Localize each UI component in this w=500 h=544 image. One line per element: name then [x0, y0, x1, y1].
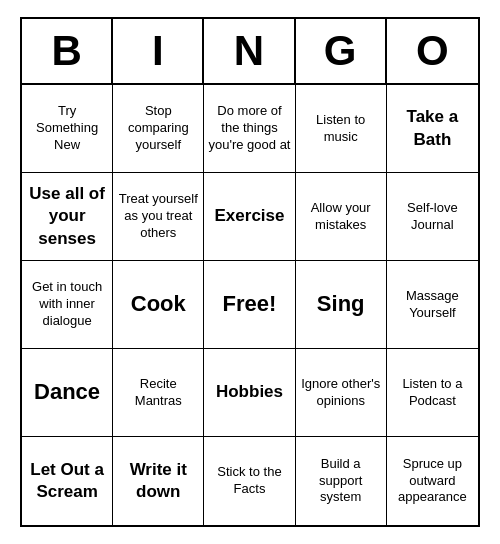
bingo-cell-12: Free! [204, 261, 295, 349]
bingo-cell-2: Do more of the things you're good at [204, 85, 295, 173]
header-letter-N: N [204, 19, 295, 83]
bingo-cell-7: Exercise [204, 173, 295, 261]
bingo-cell-11: Cook [113, 261, 204, 349]
bingo-cell-5: Use all of your senses [22, 173, 113, 261]
bingo-cell-15: Dance [22, 349, 113, 437]
bingo-cell-17: Hobbies [204, 349, 295, 437]
bingo-cell-16: Recite Mantras [113, 349, 204, 437]
bingo-cell-9: Self-love Journal [387, 173, 478, 261]
bingo-cell-10: Get in touch with inner dialogue [22, 261, 113, 349]
bingo-cell-1: Stop comparing yourself [113, 85, 204, 173]
bingo-cell-0: Try Something New [22, 85, 113, 173]
bingo-cell-18: Ignore other's opinions [296, 349, 387, 437]
header-letter-I: I [113, 19, 204, 83]
header-letter-G: G [296, 19, 387, 83]
header-letter-B: B [22, 19, 113, 83]
bingo-cell-24: Spruce up outward appearance [387, 437, 478, 525]
bingo-cell-22: Stick to the Facts [204, 437, 295, 525]
bingo-cell-13: Sing [296, 261, 387, 349]
bingo-grid: Try Something NewStop comparing yourself… [22, 85, 478, 525]
bingo-cell-19: Listen to a Podcast [387, 349, 478, 437]
bingo-cell-3: Listen to music [296, 85, 387, 173]
bingo-header: BINGO [22, 19, 478, 85]
bingo-cell-23: Build a support system [296, 437, 387, 525]
bingo-cell-14: Massage Yourself [387, 261, 478, 349]
bingo-cell-4: Take a Bath [387, 85, 478, 173]
bingo-cell-6: Treat yourself as you treat others [113, 173, 204, 261]
bingo-cell-8: Allow your mistakes [296, 173, 387, 261]
bingo-cell-20: Let Out a Scream [22, 437, 113, 525]
header-letter-O: O [387, 19, 478, 83]
bingo-cell-21: Write it down [113, 437, 204, 525]
bingo-card: BINGO Try Something NewStop comparing yo… [20, 17, 480, 527]
